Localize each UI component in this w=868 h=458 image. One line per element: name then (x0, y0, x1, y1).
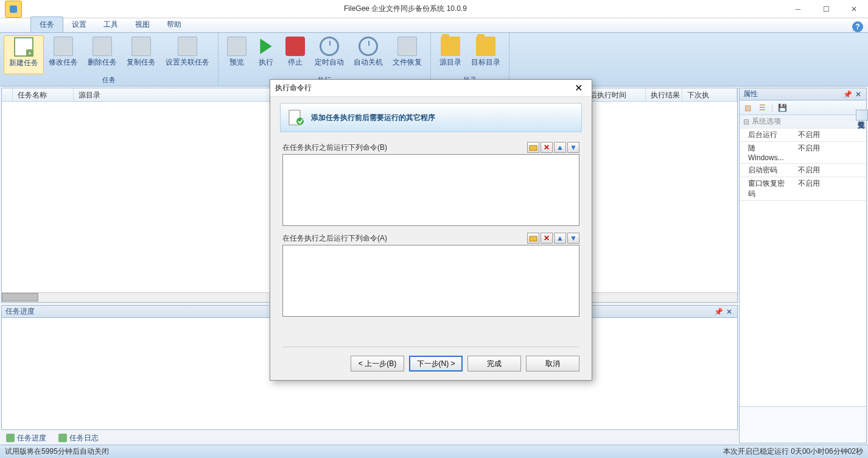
new-file-icon (14, 37, 33, 57)
delete-task-button[interactable]: 删除任务 (83, 35, 122, 74)
copy-icon (131, 37, 151, 56)
power-icon (359, 37, 378, 56)
prev-button[interactable]: < 上一步(B) (351, 356, 404, 372)
col-result[interactable]: 执行结果 (646, 88, 682, 101)
preview-button[interactable]: 预览 (222, 35, 251, 74)
property-row[interactable]: 启动密码不启用 (740, 164, 866, 177)
ribbon-group-title: 任务 (4, 74, 214, 86)
ribbon-group-tasks: 新建任务 修改任务 删除任务 复制任务 设置关联任务 任务 (0, 33, 219, 86)
browse-button[interactable] (527, 233, 539, 244)
property-category[interactable]: ⊟系统选项 (740, 115, 866, 129)
col-next[interactable]: 下次执 (682, 88, 737, 101)
svg-rect-3 (530, 146, 537, 150)
dialog-header-text: 添加任务执行前后需要运行的其它程序 (311, 113, 435, 123)
copy-task-button[interactable]: 复制任务 (122, 35, 161, 74)
dialog-body: 在任务执行之前运行下列命令(B) ✕ ▲ ▼ 在任务执行之后运行下列命令(A) … (270, 136, 592, 342)
next-button[interactable]: 下一步(N) > (409, 356, 463, 372)
auto-shutdown-button[interactable]: 自动关机 (349, 35, 388, 74)
move-down-button[interactable]: ▼ (567, 233, 579, 244)
help-icon[interactable]: ? (852, 21, 863, 32)
ribbon-group-execute: 预览 执行 停止 定时自动 自动关机 文件恢复 执行 (219, 33, 431, 86)
ribbon-group-dirs: 源目录 目标目录 目录 (431, 33, 509, 86)
close-button[interactable]: ✕ (840, 0, 868, 18)
properties-panel: 属性 📌 ✕ ▤ ☰ | 💾 ⊟系统选项 后台运行不启用 随Windows...… (739, 88, 867, 443)
statusbar: 试用版将在5995分钟后自动关闭 本次开启已稳定运行 0天00小时06分钟02秒 (0, 445, 868, 458)
browse-button[interactable] (527, 142, 539, 153)
dialog-separator (282, 347, 579, 347)
properties-body: ⊟系统选项 后台运行不启用 随Windows...不启用 启动密码不启用 窗口恢… (740, 115, 866, 406)
ribbon: 新建任务 修改任务 删除任务 复制任务 设置关联任务 任务 预览 执行 停止 定… (0, 33, 868, 86)
tab-settings[interactable]: 设置 (63, 17, 95, 32)
tab-help[interactable]: 帮助 (158, 17, 190, 32)
dialog-close-button[interactable]: ✕ (570, 80, 587, 97)
source-dir-button[interactable]: 源目录 (435, 35, 466, 74)
categorize-icon[interactable]: ▤ (742, 102, 753, 113)
finish-button[interactable]: 完成 (467, 356, 521, 372)
panel-close-icon[interactable]: ✕ (854, 90, 863, 99)
maximize-button[interactable]: ☐ (812, 0, 840, 18)
move-up-button[interactable]: ▲ (554, 233, 566, 244)
panel-close-icon[interactable]: ✕ (725, 308, 733, 316)
col-task-name[interactable]: 任务名称 (13, 88, 74, 101)
bottom-tab-log[interactable]: 任务日志 (55, 432, 102, 445)
save-icon[interactable]: 💾 (777, 102, 788, 113)
restore-icon (397, 37, 417, 56)
preview-icon (227, 37, 247, 56)
collapse-icon[interactable]: ⊟ (743, 118, 749, 126)
side-tab-filewatch[interactable]: 文件监视 (856, 110, 868, 121)
svg-rect-4 (530, 236, 537, 241)
property-description (740, 406, 866, 443)
cancel-button[interactable]: 取消 (526, 356, 579, 372)
property-row[interactable]: 窗口恢复密码不启用 (740, 177, 866, 201)
delete-icon (93, 37, 112, 56)
play-icon (256, 37, 276, 56)
move-up-button[interactable]: ▲ (554, 142, 566, 153)
before-commands-input[interactable] (282, 154, 579, 226)
new-task-button[interactable]: 新建任务 (4, 35, 44, 74)
bottom-tabs: 任务进度 任务日志 (0, 431, 739, 445)
dialog-title-text: 执行命令行 (275, 83, 312, 93)
titlebar: FileGee 企业文件同步备份系统 10.0.9 ─ ☐ ✕ (0, 0, 868, 18)
edit-icon (54, 37, 73, 56)
folder-icon (476, 37, 495, 56)
after-commands-input[interactable] (282, 245, 579, 317)
tab-tools[interactable]: 工具 (95, 17, 127, 32)
status-right: 本次开启已稳定运行 0天00小时06分钟02秒 (723, 446, 863, 457)
properties-title: 属性 📌 ✕ (740, 88, 866, 100)
col-exec-time[interactable]: 后执行时间 (585, 88, 646, 101)
dialog-titlebar: 执行命令行 ✕ (270, 80, 592, 97)
property-row[interactable]: 后台运行不启用 (740, 129, 866, 142)
clock-icon (320, 37, 339, 56)
dialog-buttons: < 上一步(B) 下一步(N) > 完成 取消 (270, 352, 592, 380)
property-row[interactable]: 随Windows...不启用 (740, 142, 866, 164)
schedule-button[interactable]: 定时自动 (310, 35, 349, 74)
link-task-button[interactable]: 设置关联任务 (161, 35, 214, 74)
dialog-header: 添加任务执行前后需要运行的其它程序 (280, 103, 582, 132)
wizard-icon (288, 109, 305, 126)
pin-icon[interactable]: 📌 (714, 308, 723, 316)
properties-toolbar: ▤ ☰ | 💾 (740, 100, 866, 115)
link-icon (178, 37, 197, 56)
tab-view[interactable]: 视图 (127, 17, 158, 32)
after-commands-section: 在任务执行之后运行下列命令(A) ✕ ▲ ▼ (282, 233, 579, 319)
move-down-button[interactable]: ▼ (567, 142, 579, 153)
execute-button[interactable]: 执行 (251, 35, 281, 74)
delete-button[interactable]: ✕ (541, 233, 553, 244)
stop-icon (285, 37, 305, 56)
tab-tasks[interactable]: 任务 (30, 16, 63, 32)
after-label: 在任务执行之后运行下列命令(A) (282, 233, 527, 244)
minimize-button[interactable]: ─ (784, 0, 812, 18)
log-icon (58, 434, 67, 442)
before-commands-section: 在任务执行之前运行下列命令(B) ✕ ▲ ▼ (282, 142, 579, 228)
menu-tabs: 任务 设置 工具 视图 帮助 ? (0, 18, 868, 33)
progress-icon (6, 434, 15, 442)
delete-button[interactable]: ✕ (541, 142, 553, 153)
target-dir-button[interactable]: 目标目录 (466, 35, 505, 74)
stop-button[interactable]: 停止 (281, 35, 310, 74)
edit-task-button[interactable]: 修改任务 (44, 35, 83, 74)
pin-icon[interactable]: 📌 (843, 90, 852, 99)
sort-icon[interactable]: ☰ (757, 102, 768, 113)
bottom-tab-progress[interactable]: 任务进度 (2, 432, 50, 445)
file-restore-button[interactable]: 文件恢复 (388, 35, 427, 74)
before-label: 在任务执行之前运行下列命令(B) (282, 143, 527, 153)
